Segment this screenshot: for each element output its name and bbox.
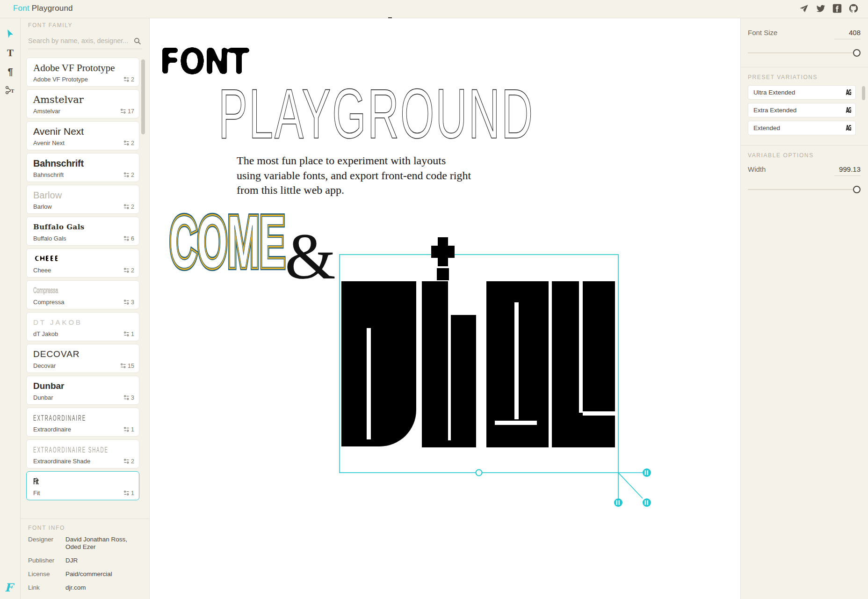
info-label: Link bbox=[28, 584, 65, 592]
transform-handle-down[interactable] bbox=[614, 498, 622, 507]
preset-scrollbar[interactable] bbox=[862, 86, 865, 100]
width-slider-knob[interactable] bbox=[853, 186, 861, 193]
axes-count-icon bbox=[124, 300, 129, 305]
info-value: David Jonathan Ross, Oded Ezer bbox=[65, 536, 142, 551]
font-list-scrollbar[interactable] bbox=[141, 59, 145, 134]
font-info-row: Publisher DJR bbox=[28, 557, 142, 564]
search-icon bbox=[134, 37, 141, 45]
font-axes-count: 2 bbox=[124, 76, 134, 83]
font-size-slider-knob[interactable] bbox=[853, 49, 861, 57]
font-card[interactable]: Adobe VF Prototype Adobe VF Prototype 2 bbox=[26, 58, 139, 87]
axes-count-icon bbox=[124, 427, 129, 432]
nav-tab[interactable] bbox=[424, 0, 427, 18]
font-name: Buffalo Gals bbox=[33, 235, 66, 242]
font-card[interactable]: DT JAKOB dT Jakob 1 bbox=[26, 312, 139, 341]
axes-count-icon bbox=[121, 109, 126, 114]
font-size-slider[interactable] bbox=[748, 49, 861, 57]
cursor-tool-icon[interactable] bbox=[0, 25, 21, 44]
font-card[interactable]: CHEEE Cheee 2 bbox=[26, 248, 139, 278]
font-preview: DECOVAR bbox=[33, 348, 80, 360]
font-info-rows: Designer David Jonathan Ross, Oded Ezer … bbox=[28, 536, 142, 598]
twitter-icon[interactable] bbox=[816, 3, 826, 14]
font-card[interactable]: Amstelvar Amstelvar 17 bbox=[26, 89, 139, 118]
glyph-Y bbox=[552, 281, 615, 447]
nav-tab[interactable] bbox=[388, 0, 392, 18]
font-name: Bahnschrift bbox=[33, 171, 64, 178]
font-axes-count: 3 bbox=[124, 299, 134, 306]
font-name: Amstelvar bbox=[33, 108, 60, 115]
preset-preview-glyph: AG bbox=[846, 124, 851, 132]
font-search bbox=[28, 33, 142, 49]
font-card[interactable]: DECOVAR Decovar 15 bbox=[26, 344, 139, 373]
preset-preview-glyph: AG bbox=[846, 106, 851, 115]
canvas-text-playground[interactable]: PLAYGROUND bbox=[218, 79, 534, 149]
design-canvas[interactable]: FONT PLAYGROUND The most fun place to ex… bbox=[150, 19, 740, 599]
font-name: Fit bbox=[33, 489, 40, 497]
font-axes-count: 2 bbox=[124, 172, 134, 178]
width-slider[interactable] bbox=[748, 186, 861, 193]
font-info-section-title: FONT INFO bbox=[28, 525, 65, 531]
font-preview: EXTRAORDINAIRE bbox=[33, 409, 86, 427]
axes-tool-icon[interactable]: T bbox=[0, 81, 21, 100]
font-name: Adobe VF Prototype bbox=[33, 76, 88, 83]
variable-options-title: VARIABLE OPTIONS bbox=[748, 152, 868, 159]
font-preview: CHEEE bbox=[33, 253, 60, 265]
app-logo[interactable]: Font Playground bbox=[13, 4, 73, 13]
preset-card[interactable]: Extra Extended AG bbox=[748, 103, 856, 117]
axes-count-icon bbox=[124, 172, 129, 177]
search-input[interactable] bbox=[28, 33, 129, 49]
fp-logo-glyph[interactable]: F bbox=[5, 581, 13, 594]
font-info-row: Designer David Jonathan Ross, Oded Ezer bbox=[28, 536, 142, 551]
font-card[interactable]: Barlow Barlow 2 bbox=[26, 185, 139, 214]
type-tool-icon[interactable]: T bbox=[0, 44, 21, 62]
font-axes-count: 3 bbox=[124, 394, 134, 401]
axes-count-icon bbox=[124, 140, 129, 146]
info-value: djr.com bbox=[65, 584, 86, 592]
font-axes-count: 1 bbox=[124, 490, 134, 497]
font-size-label: Font Size bbox=[748, 29, 777, 37]
axes-count-icon bbox=[121, 363, 126, 368]
facebook-icon[interactable] bbox=[832, 4, 842, 13]
glyph-L bbox=[422, 281, 476, 447]
preset-card[interactable]: Extended AG bbox=[748, 121, 856, 135]
font-card[interactable]: Bahnschrift Bahnschrift 2 bbox=[26, 153, 139, 182]
preset-preview-glyph: AG bbox=[846, 88, 851, 97]
transform-handle-right[interactable] bbox=[643, 468, 651, 477]
paragraph-tool-icon[interactable]: ¶ bbox=[0, 62, 21, 81]
social-links bbox=[799, 3, 859, 14]
font-info-row: Link djr.com bbox=[28, 584, 142, 592]
brand-secondary: Playground bbox=[32, 4, 73, 13]
font-name: Barlow bbox=[33, 203, 52, 210]
width-value[interactable]: 999.13 bbox=[834, 165, 861, 176]
font-card[interactable]: Dunbar Dunbar 3 bbox=[26, 376, 139, 405]
paper-plane-icon[interactable] bbox=[799, 3, 809, 14]
font-axes-count: 17 bbox=[121, 108, 134, 115]
font-axes-count: 2 bbox=[124, 140, 134, 146]
brand-primary: Font bbox=[13, 4, 29, 13]
font-card[interactable]: Buffalo Gals Buffalo Gals 6 bbox=[26, 217, 139, 246]
info-value: Paid/commercial bbox=[65, 570, 112, 578]
font-name: Extraordinaire bbox=[33, 426, 71, 433]
font-size-value[interactable]: 408 bbox=[834, 29, 861, 39]
font-name: Compressa bbox=[33, 299, 64, 306]
font-card[interactable]: EXTRAORDINAIRE Extraordinaire 1 bbox=[26, 408, 139, 437]
transform-handle-diagonal[interactable] bbox=[643, 498, 651, 507]
font-card[interactable]: Compressa Compressa 3 bbox=[26, 280, 139, 309]
font-card[interactable]: Fit Fit 1 bbox=[26, 471, 139, 500]
width-control: Width 999.13 bbox=[741, 159, 868, 204]
glyph-A bbox=[486, 281, 549, 447]
canvas-selected-object-play[interactable] bbox=[327, 188, 655, 515]
font-card[interactable]: Avenir Next Avenir Next 2 bbox=[26, 121, 139, 150]
top-bar: Font Playground bbox=[0, 0, 868, 18]
font-preview: Amstelvar bbox=[33, 94, 84, 106]
inspector-panel: Font Size 408 PRESET VARIATIONS Ultra Ex… bbox=[740, 18, 868, 599]
info-label: Designer bbox=[28, 536, 65, 551]
font-card[interactable]: EXTRAORDINAIRE SHADE Extraordinaire Shad… bbox=[26, 439, 139, 468]
resize-handle-bottom[interactable] bbox=[476, 470, 482, 476]
axes-count-icon bbox=[124, 490, 129, 496]
tool-rail: T ¶ T F bbox=[0, 18, 21, 599]
preset-card[interactable]: Ultra Extended AG bbox=[748, 85, 856, 100]
nav-tab[interactable] bbox=[406, 0, 410, 18]
github-icon[interactable] bbox=[848, 3, 859, 14]
axes-count-icon bbox=[124, 77, 129, 82]
